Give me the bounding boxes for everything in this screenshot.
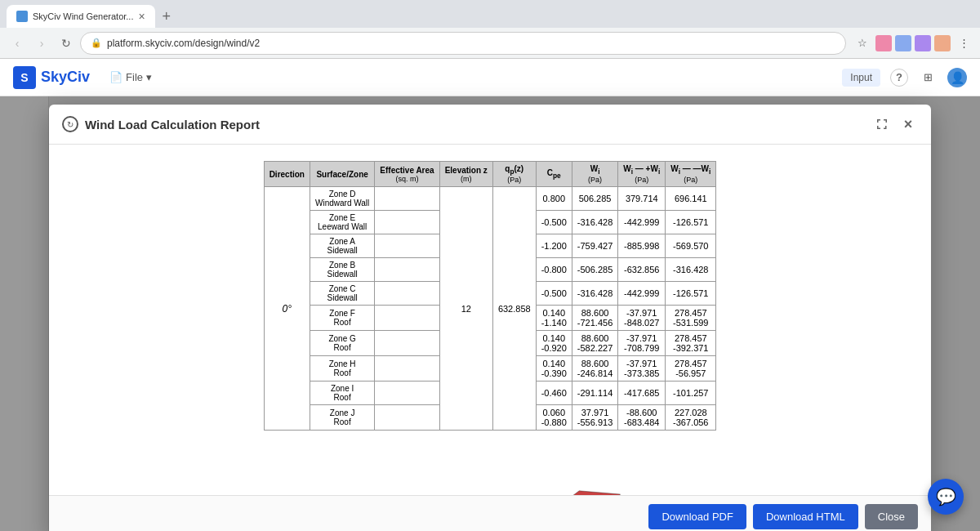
close-button[interactable]: Close xyxy=(865,504,918,529)
wi-minus-a: -569.570 xyxy=(666,234,716,258)
zone-h: Zone HRoof xyxy=(310,356,374,382)
qp-val: 632.858 xyxy=(492,187,536,431)
modal-footer: Download PDF Download HTML Close xyxy=(49,495,931,531)
modal-overlay: ↻ Wind Load Calculation Report × xyxy=(0,96,980,531)
chat-bubble[interactable]: 💬 xyxy=(928,479,964,515)
wi-plus-h: -37.971-373.385 xyxy=(618,356,666,382)
wi-minus-d: 696.141 xyxy=(666,187,716,211)
input-tab[interactable]: Input xyxy=(842,69,880,87)
wi-minus-f: 278.457-531.599 xyxy=(666,306,716,331)
extension-icon-3[interactable] xyxy=(915,35,931,51)
wi-minus-i: -101.257 xyxy=(666,382,716,405)
wi-minus-j: 227.028-367.056 xyxy=(666,405,716,431)
wi-plus-i: -417.685 xyxy=(618,382,666,405)
cpe-f: 0.140-1.140 xyxy=(536,306,572,331)
wi-plus-a: -885.998 xyxy=(618,234,666,258)
cpe-e: -0.500 xyxy=(536,211,572,234)
wi-f: 88.600-721.456 xyxy=(572,306,617,331)
browser-nav-icons: ☆ ⋮ xyxy=(853,33,973,53)
new-tab-button[interactable]: + xyxy=(155,5,178,28)
wi-minus-g: 278.457-392.371 xyxy=(666,331,716,356)
app-bar-right: Input ? ⊞ 👤 xyxy=(842,68,967,87)
download-pdf-button[interactable]: Download PDF xyxy=(648,504,746,529)
zone-j: Zone JRoof xyxy=(310,405,374,431)
modal-title: Wind Load Calculation Report xyxy=(85,118,866,132)
wi-c: -316.428 xyxy=(572,282,617,306)
area-i xyxy=(375,382,439,405)
app-bar: S SkyCiv 📄 File ▾ Input ? ⊞ 👤 xyxy=(0,59,980,96)
elevation-12: 12 xyxy=(439,187,492,431)
wi-h: 88.600-246.814 xyxy=(572,356,617,382)
modal-header: ↻ Wind Load Calculation Report × xyxy=(49,105,931,145)
grid-icon[interactable]: ⊞ xyxy=(918,68,938,87)
area-j xyxy=(375,405,439,431)
direction-0: 0° xyxy=(264,187,310,431)
wi-g: 88.600-582.227 xyxy=(572,331,617,356)
wi-minus-c: -126.571 xyxy=(666,282,716,306)
wi-i: -291.114 xyxy=(572,382,617,405)
col-wi: Wi(Pa) xyxy=(572,162,617,187)
cpe-b: -0.800 xyxy=(536,258,572,282)
main-content: ↻ Wind Load Calculation Report × xyxy=(0,96,980,531)
wi-plus-g: -37.971-708.799 xyxy=(618,331,666,356)
cpe-a: -1.200 xyxy=(536,234,572,258)
download-html-button[interactable]: Download HTML xyxy=(753,504,858,529)
cpe-c: -0.500 xyxy=(536,282,572,306)
col-wi-plus: Wi — +Wi(Pa) xyxy=(618,162,666,187)
area-f xyxy=(375,306,439,331)
settings-icon[interactable]: ⋮ xyxy=(954,33,973,53)
spinner-icon: ↻ xyxy=(62,116,78,132)
file-menu[interactable]: 📄 File ▾ xyxy=(103,68,158,87)
cpe-j: 0.060-0.880 xyxy=(536,405,572,431)
wi-plus-b: -632.856 xyxy=(618,258,666,282)
extension-icon-1[interactable] xyxy=(875,35,892,51)
zone-i: Zone IRoof xyxy=(310,382,374,405)
building-diagram-area: Zone H Zone F Zone G Zone I Zone J Zone … xyxy=(82,431,898,495)
nav-bar: ‹ › ↻ 🔒 platform.skyciv.com/design/wind/… xyxy=(0,28,980,59)
wi-e: -316.428 xyxy=(572,211,617,234)
forward-button[interactable]: › xyxy=(31,33,52,54)
file-menu-arrow: ▾ xyxy=(146,71,152,83)
area-d xyxy=(375,187,439,211)
wi-b: -506.285 xyxy=(572,258,617,282)
wi-minus-b: -316.428 xyxy=(666,258,716,282)
back-button[interactable]: ‹ xyxy=(7,33,28,54)
col-direction: Direction xyxy=(264,162,310,187)
user-avatar[interactable]: 👤 xyxy=(947,68,967,87)
svg-marker-8 xyxy=(565,491,620,495)
url-text: platform.skyciv.com/design/wind/v2 xyxy=(107,38,260,49)
modal-body[interactable]: Direction Surface/Zone Effective Area(sq… xyxy=(49,145,931,495)
tab-title: SkyCiv Wind Generator... xyxy=(33,11,134,21)
wi-plus-c: -442.999 xyxy=(618,282,666,306)
file-icon: 📄 xyxy=(109,71,122,83)
zone-e: Zone ELeeward Wall xyxy=(310,211,374,234)
extension-icon-4[interactable] xyxy=(934,35,951,51)
expand-button[interactable] xyxy=(872,114,892,134)
bookmark-icon[interactable]: ☆ xyxy=(853,33,872,53)
table-row: 0° Zone DWindward Wall 12 632.858 0.800 … xyxy=(264,187,716,211)
area-h xyxy=(375,356,439,382)
zone-g: Zone GRoof xyxy=(310,331,374,356)
zone-c: Zone CSidewall xyxy=(310,282,374,306)
area-a xyxy=(375,234,439,258)
cpe-h: 0.140-0.390 xyxy=(536,356,572,382)
wi-a: -759.427 xyxy=(572,234,617,258)
cpe-i: -0.460 xyxy=(536,382,572,405)
col-cpe: Cpe xyxy=(536,162,572,187)
lock-icon: 🔒 xyxy=(91,38,102,48)
reload-button[interactable]: ↻ xyxy=(56,33,77,54)
extension-icon-2[interactable] xyxy=(895,35,911,51)
col-qp: qp(z)(Pa) xyxy=(492,162,536,187)
col-wi-minus: Wi — —Wi(Pa) xyxy=(666,162,716,187)
logo-icon: S xyxy=(13,66,36,89)
tab-close-button[interactable]: × xyxy=(139,11,145,22)
wi-minus-h: 278.457-56.957 xyxy=(666,356,716,382)
col-area: Effective Area(sq. m) xyxy=(375,162,439,187)
close-modal-button[interactable]: × xyxy=(898,114,918,134)
active-tab[interactable]: SkyCiv Wind Generator... × xyxy=(7,5,155,28)
wi-minus-e: -126.571 xyxy=(666,211,716,234)
address-bar[interactable]: 🔒 platform.skyciv.com/design/wind/v2 xyxy=(80,32,846,55)
help-icon[interactable]: ? xyxy=(890,69,908,87)
browser-chrome: SkyCiv Wind Generator... × + ‹ › ↻ 🔒 pla… xyxy=(0,0,980,59)
wi-plus-j: -88.600-683.484 xyxy=(618,405,666,431)
